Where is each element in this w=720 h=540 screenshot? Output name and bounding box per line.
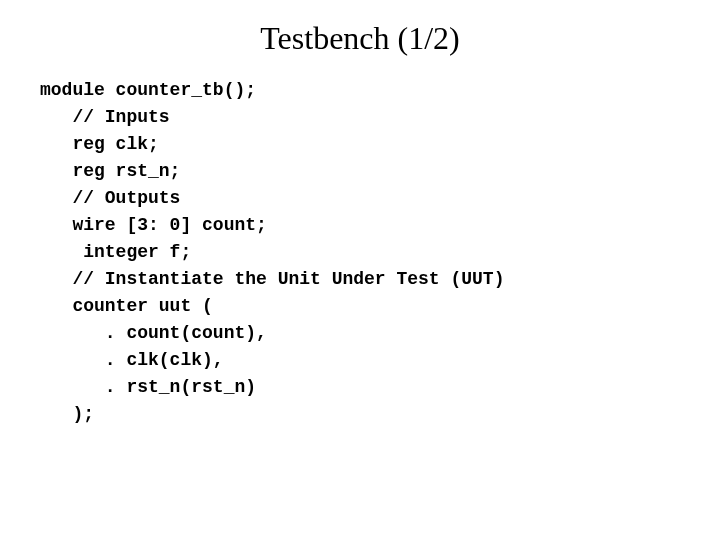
code-line: // Outputs xyxy=(40,188,180,208)
slide-title: Testbench (1/2) xyxy=(40,20,680,57)
code-line: // Instantiate the Unit Under Test (UUT) xyxy=(40,269,504,289)
code-line: // Inputs xyxy=(40,107,170,127)
code-line: wire [3: 0] count; xyxy=(40,215,267,235)
code-line: reg clk; xyxy=(40,134,159,154)
code-block: module counter_tb(); // Inputs reg clk; … xyxy=(40,77,680,428)
code-line: module counter_tb(); xyxy=(40,80,256,100)
code-line: integer f; xyxy=(40,242,191,262)
code-line: reg rst_n; xyxy=(40,161,180,181)
code-line: . rst_n(rst_n) xyxy=(40,377,256,397)
code-line: . count(count), xyxy=(40,323,267,343)
code-line: . clk(clk), xyxy=(40,350,224,370)
code-line: counter uut ( xyxy=(40,296,213,316)
code-line: ); xyxy=(40,404,94,424)
